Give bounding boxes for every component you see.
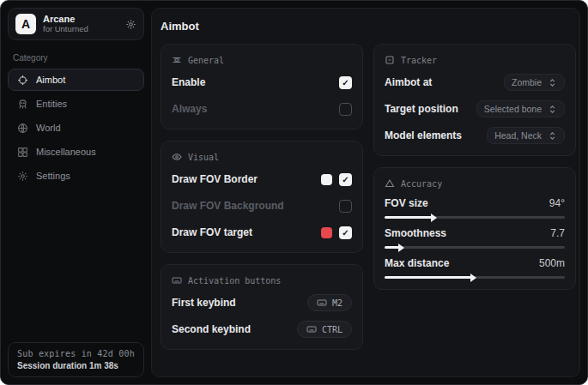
setting-row-fov-background: Draw FOV Background <box>172 196 352 215</box>
smoothness-slider[interactable] <box>385 246 565 249</box>
setting-label: Second keybind <box>172 323 251 335</box>
setting-row-enable: Enable ✓ <box>172 73 352 92</box>
triangle-icon <box>385 178 395 189</box>
app-subtitle: for Unturned <box>43 25 118 34</box>
setting-row-fov-target: Draw FOV target ✓ <box>172 223 352 242</box>
visual-card: Visual Draw FOV Border ✓ Draw FOV Backgr… <box>161 141 363 253</box>
sub-expiry-text: Sub expires in 42d 00h <box>17 349 135 358</box>
fov-background-checkbox[interactable] <box>339 200 352 213</box>
main-panel: Aimbot General Enable ✓ <box>151 8 580 377</box>
setting-row-second-keybind: Second keybind CTRL <box>172 320 352 339</box>
section-header: Tracker <box>401 56 437 65</box>
sidebar-item-world[interactable]: World <box>8 117 144 139</box>
sidebar-item-label: Aimbot <box>36 75 65 85</box>
tracker-card: Tracker Aimbot at Zombie Target position <box>373 44 576 156</box>
color-swatch-white[interactable] <box>321 174 332 185</box>
max-distance-slider[interactable] <box>385 276 565 279</box>
enable-checkbox[interactable]: ✓ <box>339 76 352 89</box>
select-value: Head, Neck <box>494 130 542 141</box>
eye-icon <box>172 152 182 162</box>
crosshair-icon <box>17 75 28 86</box>
setting-row-aimbot-at: Aimbot at Zombie <box>385 73 565 92</box>
setting-label: Draw FOV Border <box>172 173 258 185</box>
fov-border-checkbox[interactable]: ✓ <box>339 173 352 186</box>
slider-value: 500m <box>539 257 565 269</box>
sidebar-item-label: World <box>36 123 61 133</box>
sidebar-item-miscellaneous[interactable]: Miscellaneous <box>8 141 144 163</box>
slider-thumb[interactable] <box>431 214 437 222</box>
slider-thumb[interactable] <box>470 274 476 282</box>
sidebar-item-label: Miscellaneous <box>36 147 96 157</box>
general-card: General Enable ✓ Always <box>161 44 363 129</box>
target-position-select[interactable]: Selected bone <box>476 100 565 117</box>
keyboard-icon <box>317 298 327 308</box>
entities-icon <box>17 99 28 110</box>
chevron-up-down-icon <box>548 105 557 114</box>
setting-label: Draw FOV target <box>172 226 252 238</box>
aimbot-at-select[interactable]: Zombie <box>504 74 565 91</box>
keybind-value: M2 <box>332 298 342 308</box>
fov-target-checkbox[interactable]: ✓ <box>339 226 352 239</box>
setting-label: Target position <box>385 103 458 115</box>
select-value: Zombie <box>512 77 542 87</box>
sidebar-item-aimbot[interactable]: Aimbot <box>8 69 144 91</box>
section-header: Activation buttons <box>188 276 281 286</box>
section-header: Visual <box>188 153 219 162</box>
app-logo: A <box>15 14 36 34</box>
sidebar-item-label: Entities <box>36 99 67 109</box>
keyboard-icon <box>172 275 182 286</box>
setting-label: Model elements <box>385 129 462 141</box>
setting-row-first-keybind: First keybind M2 <box>172 293 352 312</box>
left-column: General Enable ✓ Always <box>161 44 363 350</box>
session-duration-text: Session duration 1m 38s <box>17 361 135 370</box>
keybind-value: CTRL <box>322 325 342 334</box>
setting-row-fov-border: Draw FOV Border ✓ <box>172 170 352 189</box>
slider-row-smoothness: Smoothness 7.7 <box>385 227 565 249</box>
fov-size-slider[interactable] <box>385 216 565 219</box>
slider-value: 94° <box>549 197 565 209</box>
slider-label: Max distance <box>385 257 449 269</box>
setting-label: First keybind <box>172 297 236 309</box>
first-keybind-button[interactable]: M2 <box>307 294 352 311</box>
keyboard-icon <box>306 324 317 334</box>
color-swatch-red[interactable] <box>321 227 332 238</box>
model-elements-select[interactable]: Head, Neck <box>487 127 565 144</box>
slider-thumb[interactable] <box>398 244 404 252</box>
category-label: Category <box>13 53 139 63</box>
brand-card: A Arcane for Unturned <box>8 8 144 40</box>
always-checkbox[interactable] <box>339 103 352 116</box>
slider-label: FOV size <box>385 197 428 209</box>
slider-row-fov-size: FOV size 94° <box>385 197 565 219</box>
setting-row-always: Always <box>172 99 352 118</box>
setting-row-target-position: Target position Selected bone <box>385 99 565 118</box>
sidebar-item-entities[interactable]: Entities <box>8 93 144 115</box>
select-value: Selected bone <box>484 104 542 114</box>
gear-icon[interactable] <box>125 19 136 30</box>
sidebar-item-settings[interactable]: Settings <box>8 165 144 187</box>
activation-card: Activation buttons First keybind M2 Seco… <box>161 264 363 350</box>
setting-label: Always <box>172 103 207 115</box>
section-header: Accuracy <box>401 179 442 189</box>
right-column: Tracker Aimbot at Zombie Target position <box>373 44 576 290</box>
app-window: A Arcane for Unturned Category Aimbot <box>0 0 588 385</box>
second-keybind-button[interactable]: CTRL <box>297 321 352 338</box>
chevron-up-down-icon <box>548 78 557 87</box>
sidebar-nav: Aimbot Entities World Mis <box>8 69 144 187</box>
slider-label: Smoothness <box>385 227 446 239</box>
subscription-card: Sub expires in 42d 00h Session duration … <box>8 342 144 377</box>
page-title: Aimbot <box>161 20 576 33</box>
chevron-up-down-icon <box>548 131 557 141</box>
tracker-icon <box>385 55 395 65</box>
app-name: Arcane <box>43 14 118 25</box>
setting-label: Enable <box>172 76 205 88</box>
accuracy-card: Accuracy FOV size 94° Smoothness <box>373 167 576 290</box>
gear-icon <box>17 171 28 182</box>
sidebar-item-label: Settings <box>36 171 70 181</box>
slider-value: 7.7 <box>550 227 565 239</box>
globe-icon <box>17 123 28 134</box>
slider-row-max-distance: Max distance 500m <box>385 257 565 279</box>
sliders-icon <box>172 55 182 65</box>
setting-row-model-elements: Model elements Head, Neck <box>385 126 565 145</box>
setting-label: Aimbot at <box>385 76 432 88</box>
grid-icon <box>17 147 28 158</box>
